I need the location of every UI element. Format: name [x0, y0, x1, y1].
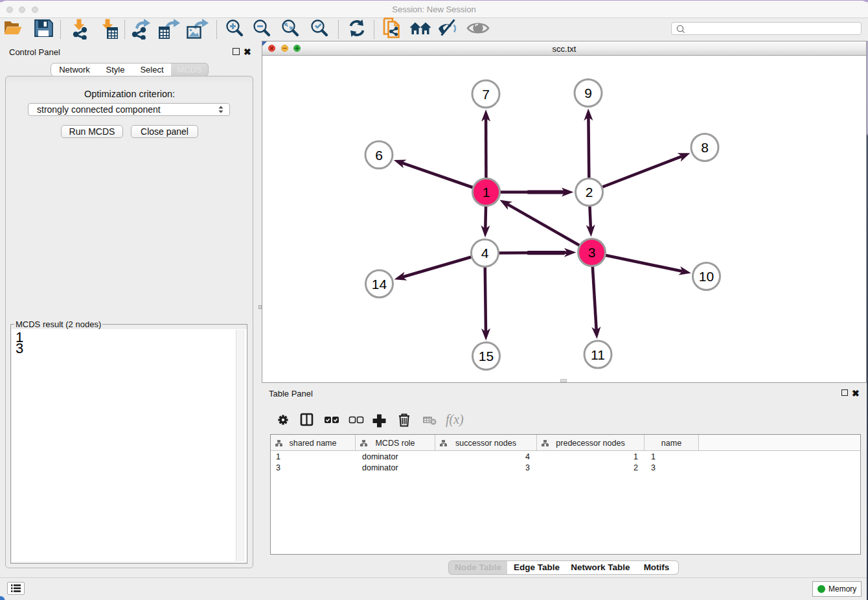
svg-text:2: 2: [586, 185, 593, 200]
svg-text:6: 6: [375, 148, 383, 163]
svg-text:4: 4: [481, 246, 489, 260]
svg-text:14: 14: [372, 277, 387, 292]
svg-text:11: 11: [591, 347, 605, 362]
svg-text:9: 9: [584, 86, 592, 100]
svg-text:3: 3: [588, 245, 596, 260]
svg-text:10: 10: [699, 269, 714, 284]
svg-text:1: 1: [483, 185, 490, 200]
svg-text:8: 8: [701, 140, 709, 155]
svg-text:7: 7: [482, 87, 490, 102]
svg-text:15: 15: [479, 349, 494, 363]
svg-text:f(x): f(x): [446, 412, 464, 427]
